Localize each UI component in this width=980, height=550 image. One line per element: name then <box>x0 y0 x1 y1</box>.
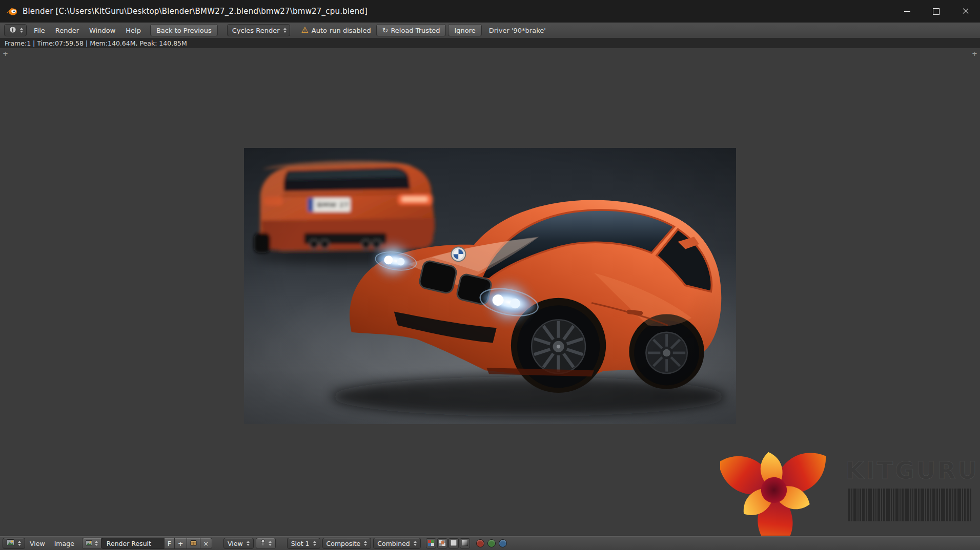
unlink-image-button[interactable]: × <box>200 538 212 549</box>
menu-view[interactable]: View <box>25 539 50 548</box>
menu-window[interactable]: Window <box>84 25 120 36</box>
layer-dropdown[interactable]: Composite <box>322 538 372 549</box>
red-dot-button[interactable] <box>476 539 484 547</box>
render-result-image: BMW 27 <box>244 148 736 424</box>
render-stats-text: Frame:1 | Time:07:59.58 | Mem:140.64M, P… <box>5 39 187 47</box>
window-title: Blender [C:\Users\KitGuru\Desktop\Blende… <box>23 7 368 16</box>
region-expand-icon[interactable]: + <box>972 50 977 57</box>
new-image-button[interactable]: + <box>174 538 187 549</box>
info-header: File Render Window Help Back to Previous… <box>0 23 980 38</box>
pin-button[interactable] <box>256 538 276 549</box>
render-engine-value: Cycles Render <box>232 27 280 34</box>
render-engine-dropdown[interactable]: Cycles Render <box>227 24 290 36</box>
bmw-render-scene: BMW 27 <box>244 148 736 424</box>
blender-logo-icon <box>6 7 17 16</box>
editor-type-selector[interactable] <box>3 538 25 549</box>
titlebar[interactable]: Blender [C:\Users\KitGuru\Desktop\Blende… <box>0 0 980 23</box>
pin-icon <box>260 539 266 547</box>
reload-icon: ↻ <box>382 27 389 34</box>
blue-dot-button[interactable] <box>499 539 507 547</box>
region-expand-icon[interactable]: + <box>3 50 8 57</box>
menu-image[interactable]: Image <box>50 539 79 548</box>
editor-type-selector[interactable] <box>4 24 27 36</box>
slot-value: Slot 1 <box>291 540 310 547</box>
blender-window: Blender [C:\Users\KitGuru\Desktop\Blende… <box>0 0 980 550</box>
ignore-button[interactable]: Ignore <box>448 24 481 36</box>
z-depth-icon <box>462 540 468 547</box>
pack-image-button[interactable] <box>187 538 200 549</box>
menu-file[interactable]: File <box>29 25 50 36</box>
kitguru-barcode <box>848 489 971 521</box>
dropdown-arrows-icon <box>247 541 250 546</box>
dropdown-arrows-icon <box>414 541 417 546</box>
view-mode-dropdown[interactable]: View <box>223 538 254 549</box>
warning-icon: ⚠ <box>301 26 309 34</box>
menu-help[interactable]: Help <box>120 25 146 36</box>
dropdown-arrows-icon <box>269 541 272 546</box>
dropdown-arrows-icon <box>20 28 23 33</box>
kitguru-brand-text: KITGURU <box>846 457 979 484</box>
reload-trusted-button[interactable]: ↻ Reload Trusted <box>376 24 446 36</box>
display-channel-buttons <box>426 538 470 548</box>
kitguru-logo <box>720 436 828 544</box>
kitguru-watermark: KITGURU <box>717 436 980 547</box>
dropdown-arrows-icon <box>95 541 98 546</box>
maximize-button[interactable] <box>922 0 951 23</box>
slot-dropdown[interactable]: Slot 1 <box>287 538 320 549</box>
minimize-button[interactable] <box>892 0 922 23</box>
reload-trusted-label: Reload Trusted <box>391 27 440 34</box>
alpha-icon <box>451 540 457 547</box>
pack-image-icon <box>190 540 197 547</box>
image-editor-icon <box>7 539 14 547</box>
channel-dot-buttons <box>476 539 507 547</box>
maximize-icon <box>933 8 940 15</box>
image-name-field[interactable]: Render Result <box>101 538 165 549</box>
image-editor-viewport: + + <box>0 48 980 537</box>
display-z-button[interactable] <box>460 538 470 548</box>
minimize-icon <box>904 11 910 11</box>
display-rgba-button[interactable] <box>437 538 447 548</box>
pass-value: Combined <box>377 540 410 547</box>
display-alpha-button[interactable] <box>448 538 459 548</box>
autorun-warning-label: Auto-run disabled <box>312 27 371 34</box>
info-editor-icon <box>9 26 16 35</box>
dropdown-arrows-icon <box>18 541 21 546</box>
green-dot-button[interactable] <box>487 539 496 547</box>
back-to-previous-button[interactable]: Back to Previous <box>150 24 218 36</box>
dropdown-arrows-icon <box>313 541 316 546</box>
close-button[interactable] <box>951 0 980 23</box>
close-icon <box>962 8 969 15</box>
image-editor-header: View Image Render Result F + × View <box>0 536 980 550</box>
window-controls <box>892 0 980 23</box>
autorun-warning: ⚠ Auto-run disabled <box>301 26 371 34</box>
browse-image-icon <box>86 540 92 547</box>
render-stats-bar: Frame:1 | Time:07:59.58 | Mem:140.64M, P… <box>0 38 980 49</box>
menu-render[interactable]: Render <box>50 25 84 36</box>
rgb-channels-icon <box>428 540 434 547</box>
browse-image-button[interactable] <box>82 538 101 549</box>
layer-value: Composite <box>326 540 361 547</box>
display-rgb-button[interactable] <box>426 538 436 548</box>
dropdown-arrows-icon <box>364 541 367 546</box>
dropdown-arrows-icon <box>283 28 287 33</box>
view-mode-value: View <box>228 540 243 547</box>
image-datablock-group: Render Result F + × <box>82 538 212 549</box>
rgba-checker-icon <box>439 540 445 547</box>
driver-status: Driver '90*brake' <box>489 27 546 34</box>
fake-user-button[interactable]: F <box>164 538 175 549</box>
pass-dropdown[interactable]: Combined <box>373 538 421 549</box>
